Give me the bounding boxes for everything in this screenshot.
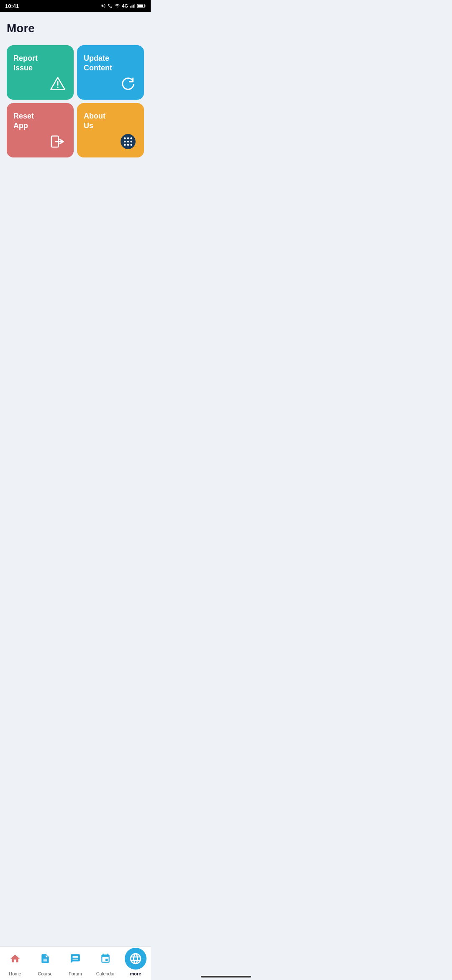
svg-rect-0 xyxy=(131,6,131,8)
status-bar: 10:41 4G xyxy=(0,0,151,12)
svg-point-13 xyxy=(124,137,126,139)
cards-grid: ReportIssue UpdateContent ResetApp xyxy=(7,45,144,157)
page-content: More ReportIssue UpdateContent xyxy=(0,12,151,199)
page-title: More xyxy=(7,22,144,35)
svg-point-18 xyxy=(130,141,132,143)
svg-point-16 xyxy=(124,141,126,143)
svg-point-15 xyxy=(130,137,132,139)
refresh-icon xyxy=(118,74,138,94)
svg-point-17 xyxy=(127,141,129,143)
report-issue-card[interactable]: ReportIssue xyxy=(7,45,74,100)
svg-point-19 xyxy=(124,144,126,146)
update-content-card[interactable]: UpdateContent xyxy=(77,45,144,100)
about-us-card[interactable]: AboutUs xyxy=(77,103,144,157)
svg-rect-3 xyxy=(134,4,135,8)
mute-icon xyxy=(101,3,106,8)
reset-app-card[interactable]: ResetApp xyxy=(7,103,74,157)
wifi-icon xyxy=(114,3,120,8)
battery-icon xyxy=(137,3,146,8)
signal-icon xyxy=(130,3,136,8)
reset-app-label: ResetApp xyxy=(13,111,67,131)
network-label: 4G xyxy=(122,3,128,8)
status-time: 10:41 xyxy=(5,3,19,9)
logout-icon xyxy=(48,132,68,152)
globe-dots-icon xyxy=(118,132,138,152)
status-icons: 4G xyxy=(101,3,146,8)
svg-rect-6 xyxy=(145,5,146,7)
svg-point-9 xyxy=(57,87,58,88)
svg-point-14 xyxy=(127,137,129,139)
about-us-label: AboutUs xyxy=(84,111,137,131)
svg-point-20 xyxy=(127,144,129,146)
svg-point-21 xyxy=(130,144,132,146)
warning-triangle-icon xyxy=(48,74,68,94)
report-issue-label: ReportIssue xyxy=(13,54,67,73)
svg-rect-2 xyxy=(133,5,134,8)
phone-icon xyxy=(108,3,113,8)
svg-rect-5 xyxy=(138,5,143,7)
svg-rect-1 xyxy=(132,5,133,8)
update-content-label: UpdateContent xyxy=(84,54,137,73)
